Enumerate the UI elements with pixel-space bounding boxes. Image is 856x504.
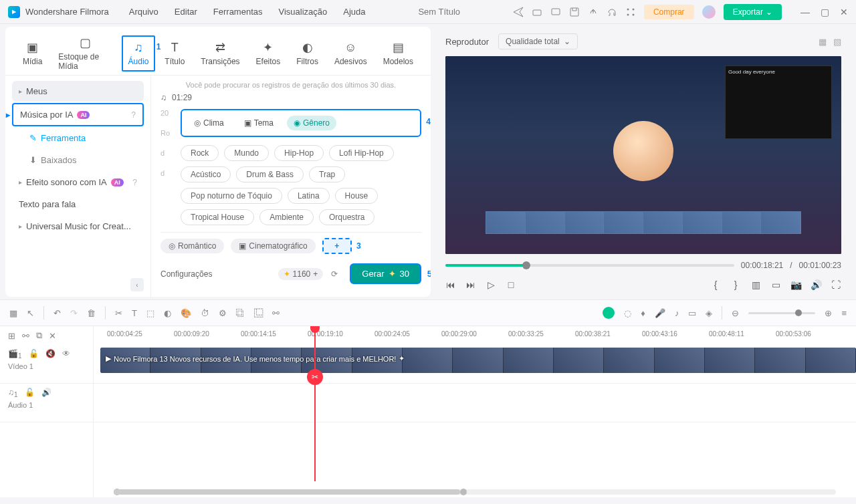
tab-audio[interactable]: ♫Áudio1 [123, 37, 154, 70]
help-icon[interactable]: ? [132, 178, 137, 187]
tab-filters[interactable]: ◐Filtros [291, 37, 324, 70]
user-avatar[interactable] [702, 5, 716, 19]
tab-effects[interactable]: ✦Efeitos [251, 37, 286, 70]
genre-tag[interactable]: Trap [309, 166, 345, 182]
tab-transitions[interactable]: ⇄Transições [195, 37, 245, 70]
sidebar-item-downloads[interactable]: ⬇Baixados [12, 150, 144, 170]
mark-out-icon[interactable]: } [730, 279, 741, 290]
mic-icon[interactable]: 🎤 [655, 308, 665, 318]
mark-in-icon[interactable]: { [710, 279, 721, 290]
pointer-tool-icon[interactable]: ↖ [27, 308, 34, 318]
zoom-in-button[interactable]: ⊕ [825, 308, 832, 318]
maximize-button[interactable]: ▢ [821, 7, 829, 17]
genre-tag[interactable]: Mundo [224, 145, 269, 161]
magnet-icon[interactable]: ⧉ [36, 330, 42, 341]
group-tool-icon[interactable]: ⿻ [236, 308, 245, 318]
menu-help[interactable]: Ajuda [343, 7, 365, 17]
scroll-handle-right[interactable] [460, 489, 467, 495]
zoom-out-button[interactable]: ⊖ [732, 308, 739, 318]
color-tool-icon[interactable]: 🎨 [181, 308, 191, 318]
volume-icon[interactable]: 🔊 [41, 388, 51, 398]
timeline-scrollbar[interactable] [114, 489, 836, 495]
genre-tag[interactable]: Drum & Bass [236, 166, 304, 182]
buy-button[interactable]: Comprar [644, 5, 694, 19]
music-icon[interactable]: ♪ [675, 308, 679, 318]
redo-button[interactable]: ↷ [70, 308, 78, 318]
genre-tag[interactable]: House [335, 188, 379, 204]
zoom-slider[interactable] [748, 312, 815, 314]
shield-icon[interactable]: ♦ [641, 308, 645, 318]
tab-media[interactable]: ▣Mídia [17, 37, 47, 70]
genre-tag[interactable]: Ambiente [259, 209, 314, 225]
menu-tools[interactable]: Ferramentas [213, 7, 263, 17]
video-track-header[interactable]: 🎬1🔓🔇👁 Vídeo 1 [0, 345, 93, 384]
playhead[interactable]: ✂ [314, 326, 316, 481]
timeline-options-icon[interactable]: ≡ [841, 308, 847, 318]
genre-tag[interactable]: Orquestra [319, 209, 374, 225]
prev-frame-button[interactable]: ⏮ [445, 279, 456, 290]
screen-icon[interactable] [550, 7, 561, 17]
ai-assistant-icon[interactable] [603, 307, 615, 319]
video-clip[interactable]: ▶Novo Filmora 13 Novos recursos de IA. U… [100, 348, 856, 373]
minimize-button[interactable]: — [800, 7, 810, 17]
ungroup-tool-icon[interactable]: ⿺ [254, 308, 263, 318]
collapse-sidebar-button[interactable]: ‹ [130, 278, 144, 291]
menu-view[interactable]: Visualização [279, 7, 328, 17]
close-button[interactable]: ✕ [840, 7, 848, 17]
sidebar-item-universal[interactable]: ▸Universal Music for Creat... [12, 216, 144, 237]
fullscreen-icon[interactable]: ⛶ [831, 279, 841, 290]
help-icon[interactable]: ? [131, 110, 136, 120]
undo-button[interactable]: ↶ [54, 308, 61, 318]
sidebar-item-ai-sfx[interactable]: ▸Efeito sonoro com IAAI? [12, 172, 144, 193]
lock-icon[interactable]: 🔓 [25, 388, 35, 398]
mute-icon[interactable]: 🔇 [45, 349, 56, 360]
snapshot-icon[interactable]: ▧ [833, 37, 841, 47]
speed-tool-icon[interactable]: ⏱ [201, 308, 209, 318]
sidebar-item-tool[interactable]: ✎Ferramenta [12, 128, 144, 148]
apps-icon[interactable] [625, 7, 636, 17]
genre-tag[interactable]: Acústico [181, 166, 231, 182]
quality-select[interactable]: Qualidade total⌄ [498, 33, 578, 49]
timeline-ruler[interactable]: 00:00:04:25 00:00:09:20 00:00:14:15 00:0… [94, 326, 856, 345]
category-theme[interactable]: ▣Tema [237, 116, 280, 130]
timeline-tracks[interactable]: 00:00:04:25 00:00:09:20 00:00:14:15 00:0… [94, 326, 856, 497]
link-tool-icon[interactable]: ⚯ [272, 308, 280, 318]
record-icon[interactable]: ▭ [688, 308, 696, 318]
video-preview[interactable]: Good day everyone [445, 56, 841, 254]
link-tracks-icon[interactable]: ⚯ [22, 331, 29, 341]
genre-tag[interactable]: Tropical House [181, 209, 254, 225]
step-back-button[interactable]: ⏭ [465, 279, 476, 290]
scroll-thumb[interactable] [114, 489, 460, 495]
menu-file[interactable]: Arquivo [129, 7, 158, 17]
cloud-icon[interactable] [532, 7, 542, 17]
delete-button[interactable]: 🗑 [87, 308, 96, 318]
play-button[interactable]: ▷ [486, 279, 496, 290]
selected-tag[interactable]: ◎Romântico [160, 239, 224, 253]
crop-tool-icon[interactable]: ⬚ [146, 308, 154, 318]
scrub-track[interactable] [445, 264, 734, 267]
menu-edit[interactable]: Editar [175, 7, 197, 17]
add-tag-button[interactable]: +3 [322, 238, 352, 254]
cut-button[interactable]: ✂ [307, 369, 323, 385]
scrub-knob[interactable] [522, 261, 530, 269]
genre-tag[interactable]: Rock [181, 145, 219, 161]
category-mood[interactable]: ◎Clima [187, 116, 231, 130]
lock-icon[interactable]: 🔓 [29, 349, 39, 360]
mask-tool-icon[interactable]: ◐ [164, 308, 171, 318]
genre-tag[interactable]: Lofi Hip-Hop [329, 145, 394, 161]
tab-stickers[interactable]: ☺Adesivos [329, 37, 372, 70]
genre-tag[interactable]: Pop noturno de Tóquio [181, 188, 282, 204]
save-icon[interactable] [569, 7, 580, 17]
sidebar-item-tts[interactable]: Texto para fala [12, 194, 144, 215]
cut-tool-icon[interactable]: ✂ [115, 308, 122, 318]
video-track[interactable]: ▶Novo Filmora 13 Novos recursos de IA. U… [94, 345, 856, 384]
config-label[interactable]: Configurações [160, 269, 212, 279]
select-tool-icon[interactable]: ▦ [9, 308, 17, 318]
marker-icon[interactable]: ◌ [624, 308, 631, 318]
camera-icon[interactable]: 📷 [790, 279, 801, 290]
tab-templates[interactable]: ▤Modelos [378, 37, 419, 70]
stop-button[interactable]: □ [506, 279, 516, 290]
display-icon[interactable]: ▭ [770, 279, 781, 290]
tab-stock[interactable]: ▢Estoque de Mídia [53, 32, 117, 75]
grid-view-icon[interactable]: ▦ [819, 37, 827, 47]
